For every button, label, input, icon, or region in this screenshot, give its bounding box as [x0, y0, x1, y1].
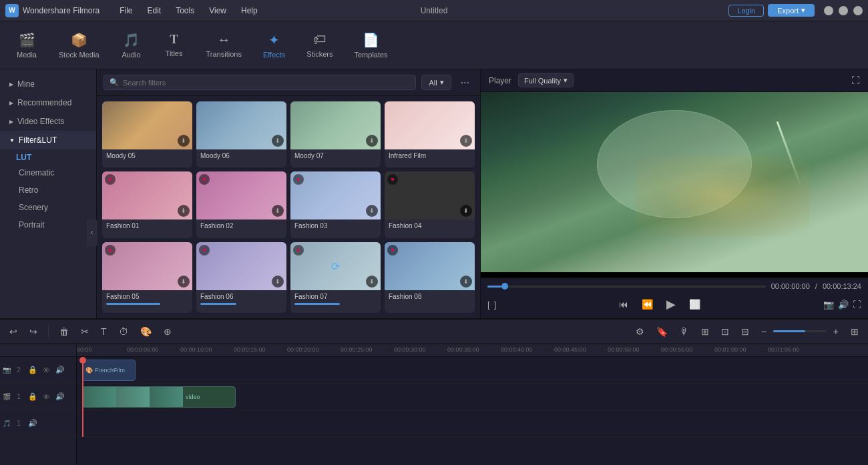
fullscreen-btn[interactable]: ⛶ — [853, 300, 861, 310]
search-input[interactable] — [123, 79, 410, 87]
all-filter-button[interactable]: All ▾ — [421, 75, 451, 90]
pip-button[interactable]: ⊟ — [737, 324, 753, 340]
tool-stock-media[interactable]: 📦 Stock Media — [49, 28, 109, 63]
effect-fashion01[interactable]: ♥ ⬇ Fashion 01 — [102, 171, 192, 238]
track-icon-camera: 📷 — [3, 366, 11, 374]
loading-spinner: ⟳ — [331, 260, 340, 272]
export-button[interactable]: Export ▾ — [768, 4, 815, 17]
split-button[interactable]: ⊞ — [697, 324, 713, 340]
more-button[interactable]: ⊕ — [160, 324, 176, 340]
frame-back-button[interactable]: ⏪ — [639, 296, 656, 312]
text-button[interactable]: T — [97, 324, 111, 340]
zoom-out-button[interactable]: − — [757, 324, 771, 340]
undo-button[interactable]: ↩ — [5, 324, 21, 340]
track-hide-button-1[interactable]: 👁 — [41, 392, 51, 402]
panel-collapse-button[interactable]: ‹ — [87, 219, 97, 246]
login-button[interactable]: Login — [728, 5, 764, 17]
panel-lut[interactable]: LUT — [0, 149, 96, 164]
close-button[interactable] — [853, 6, 863, 15]
effect-fashion04[interactable]: ♥ ⬇ Fashion 04 — [385, 171, 475, 238]
time-slider[interactable] — [487, 286, 766, 288]
redo-button[interactable]: ↪ — [25, 324, 41, 340]
track-mute-video-button[interactable]: 🔊 — [54, 364, 66, 376]
timeline-toolbar: ↩ ↪ 🗑 ✂ T ⏱ 🎨 ⊕ ⚙ 🔖 🎙 ⊞ ⊡ ⊟ − + ⊞ — [0, 320, 868, 344]
menu-edit[interactable]: Edit — [141, 5, 168, 17]
effect-infrared[interactable]: ⬇ Infrared Film — [385, 101, 475, 167]
play-button[interactable]: ▶ — [664, 294, 678, 314]
tool-stickers[interactable]: 🏷 Stickers — [297, 28, 342, 62]
menu-tools[interactable]: Tools — [169, 5, 201, 17]
panel-filter-lut[interactable]: ▼ Filter&LUT — [0, 131, 96, 149]
settings-button[interactable]: ⚙ — [632, 324, 648, 340]
chevron-down-icon: ▾ — [440, 78, 444, 87]
clip-french-film[interactable]: 🎨 FrenchFilm — [82, 360, 136, 381]
track-mute-button-1[interactable]: 🔊 — [54, 391, 66, 402]
effect-moody05[interactable]: ⬇ Moody 05 — [102, 101, 192, 167]
effect-fashion02[interactable]: ♥ ⬇ Fashion 02 — [196, 171, 286, 238]
tool-effects[interactable]: ✦ Effects — [254, 28, 294, 63]
mic-button[interactable]: 🎙 — [676, 324, 693, 340]
tracks-container: 🎨 FrenchFilm video — [77, 357, 868, 437]
tool-transitions[interactable]: ↔ Transitions — [197, 28, 251, 62]
panel-mine[interactable]: ▶ Mine — [0, 75, 96, 93]
volume-button[interactable]: 🔊 — [838, 300, 849, 310]
effect-moody06[interactable]: ⬇ Moody 06 — [196, 101, 286, 167]
fullscreen-button[interactable]: ⛶ — [851, 75, 860, 85]
quality-selector[interactable]: Full Quality ▾ — [518, 73, 574, 87]
panel-portrait[interactable]: Portrait — [0, 216, 96, 234]
panel-recommended[interactable]: ▶ Recommended — [0, 93, 96, 112]
effect-moody07[interactable]: ⬇ Moody 07 — [290, 101, 381, 167]
delete-button[interactable]: 🗑 — [55, 324, 73, 340]
snapshot-button[interactable]: 📷 — [823, 300, 834, 310]
track-mute-audio-button[interactable]: 🔊 — [27, 418, 39, 429]
track-control-video1: 🎬 1 🔒 👁 🔊 — [0, 384, 76, 410]
menu-view[interactable]: View — [202, 5, 233, 17]
maximize-button[interactable] — [839, 6, 848, 15]
track-hide-button[interactable]: 👁 — [41, 365, 51, 376]
mark-out-button[interactable]: ] — [494, 300, 497, 310]
crop-button[interactable]: ⬜ — [686, 296, 703, 312]
panel-video-effects[interactable]: ▶ Video Effects — [0, 112, 96, 131]
search-box[interactable]: 🔍 — [103, 75, 416, 90]
effect-fashion05[interactable]: ♥ ⬇ Fashion 05 — [102, 242, 192, 313]
panel-scenery[interactable]: Scenery — [0, 199, 96, 216]
tool-templates[interactable]: 📄 Templates — [345, 28, 397, 63]
effect-thumb-moody06: ⬇ — [196, 101, 286, 149]
color-button[interactable]: 🎨 — [136, 324, 156, 340]
transition-button[interactable]: ⊡ — [717, 324, 733, 340]
more-options-button[interactable]: ··· — [457, 75, 473, 90]
tool-audio[interactable]: 🎵 Audio — [112, 28, 152, 63]
effect-fashion06[interactable]: ♥ ⬇ Fashion 06 — [196, 242, 286, 313]
minimize-button[interactable] — [824, 6, 833, 15]
preview-header: Player Full Quality ▾ ⛶ — [481, 69, 868, 92]
preview-tools-right: ⛶ — [851, 75, 860, 85]
heart-icon: ♥ — [293, 174, 304, 185]
download-icon: ⬇ — [366, 135, 378, 147]
effect-fashion07[interactable]: ♥ ⬇ ⟳ Fashion 07 — [290, 242, 381, 313]
video-effects-arrow: ▶ — [9, 119, 13, 125]
menu-help[interactable]: Help — [234, 5, 264, 17]
step-back-button[interactable]: ⏮ — [616, 296, 631, 312]
timeline-tracks-area[interactable]: 00:00 00:00:05:00 00:00:10:00 00:00:15:0… — [77, 344, 868, 465]
effect-fashion03[interactable]: ♥ ⬇ Fashion 03 — [290, 171, 381, 238]
tool-titles[interactable]: T Titles — [154, 29, 194, 61]
duration-button[interactable]: ⏱ — [115, 324, 132, 340]
tool-media[interactable]: 🎬 Media — [7, 28, 47, 63]
track-lock-button-1[interactable]: 🔒 — [27, 391, 39, 402]
panel-cinematic[interactable]: Cinematic — [0, 164, 96, 181]
current-time: 00:00:00:00 — [771, 282, 810, 290]
time-mark-100: 00:01:00:00 — [714, 346, 746, 353]
track-lock-button[interactable]: 🔒 — [27, 364, 39, 376]
effect-fashion08[interactable]: ♥ ⬇ Fashion 08 — [385, 242, 475, 313]
bookmark-button[interactable]: 🔖 — [652, 324, 672, 340]
mark-in-button[interactable]: [ — [487, 300, 490, 310]
menu-file[interactable]: File — [113, 5, 139, 17]
cut-button[interactable]: ✂ — [77, 324, 93, 340]
clip-video[interactable]: video — [82, 386, 236, 408]
panel-retro[interactable]: Retro — [0, 181, 96, 199]
document-title: Untitled — [421, 6, 448, 15]
grid-button[interactable]: ⊞ — [847, 324, 863, 340]
video-frame — [481, 92, 868, 272]
zoom-slider[interactable] — [773, 330, 827, 332]
zoom-in-button[interactable]: + — [829, 324, 843, 340]
